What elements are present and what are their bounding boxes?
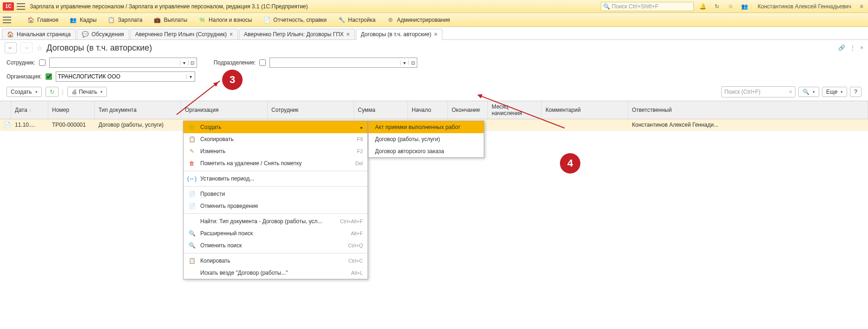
tab-home[interactable]: 🏠Начальная страница [2, 29, 76, 39]
cell-responsible: Константинов Алексей Геннади... [628, 119, 868, 130]
create-button[interactable]: Создать [7, 87, 42, 97]
ctx-edit[interactable]: ✎ Изменить F2 [184, 145, 368, 157]
kebab-icon[interactable]: ⋮ [850, 45, 855, 51]
ctx-create[interactable]: ㊉ Создать [184, 121, 368, 133]
blank-icon [188, 218, 196, 225]
close-icon[interactable]: × [347, 31, 350, 38]
list-toolbar: Создать ↻ | 🖨Печать Поиск (Ctrl+F) × 🔍 Е… [0, 84, 868, 101]
menu-icon[interactable]: ≡ [858, 3, 865, 10]
history-icon[interactable]: ↻ [713, 3, 721, 10]
subdiv-filter-checkbox[interactable] [259, 59, 266, 66]
plus-icon: ㊉ [188, 123, 196, 131]
menu-kadry[interactable]: 👥Кадры [70, 16, 97, 24]
back-button[interactable]: ← [5, 42, 17, 53]
ctx-advfind[interactable]: 🔍 Расширенный поиск Alt+F [184, 227, 368, 239]
menu-nalogi[interactable]: %Налоги и взносы [198, 16, 252, 24]
ctx-copy[interactable]: 📋 Скопировать F9 [184, 133, 368, 145]
org-filter-combo[interactable]: ▾ [56, 71, 195, 82]
col-comment[interactable]: Комментарий [542, 101, 628, 119]
cell-month [488, 119, 542, 130]
col-end[interactable]: Окончание [448, 101, 488, 119]
menu-main[interactable]: 🏠Главное [27, 16, 59, 24]
menu-zarplata[interactable]: 📋Зарплата [108, 16, 143, 24]
employee-filter-label: Сотрудник: [7, 59, 35, 66]
favorite-star-icon[interactable]: ☆ [36, 44, 43, 52]
col-org[interactable]: Организация [181, 101, 268, 119]
col-number[interactable]: Номер [48, 101, 95, 119]
employee-filter-input[interactable] [50, 58, 180, 67]
close-icon[interactable]: × [860, 45, 863, 51]
titlebar-tools: 🔔 ↻ ☆ 👥 Константинов Алексей Геннадьевич… [699, 3, 866, 10]
col-date[interactable]: Дата↓ [11, 101, 48, 119]
dropdown-icon[interactable]: ▾ [186, 74, 195, 79]
help-button[interactable]: ? [850, 87, 861, 97]
hamburger-icon[interactable] [17, 3, 25, 10]
table-header: Дата↓ Номер Тип документа Организация Со… [0, 101, 868, 119]
open-icon[interactable]: ⊡ [408, 60, 417, 65]
user-icon[interactable]: 👥 [741, 3, 749, 10]
separator [184, 171, 368, 171]
ctx-post[interactable]: 📄 Провести [184, 188, 368, 200]
col-doctype[interactable]: Тип документа [95, 101, 181, 119]
doc-icon: 📄 [263, 16, 270, 24]
link-icon[interactable]: 🔗 [838, 45, 845, 51]
employee-filter-combo[interactable]: ▾ ⊡ [49, 58, 197, 68]
col-employee[interactable]: Сотрудник [268, 101, 354, 119]
ctx-period[interactable]: (↔) Установить период... [184, 173, 368, 185]
col-start[interactable]: Начало [408, 101, 448, 119]
ctx-cancelfind[interactable]: 🔍 Отменить поиск Ctrl+Q [184, 239, 368, 252]
close-icon[interactable]: × [230, 31, 233, 38]
bell-icon[interactable]: 🔔 [699, 3, 707, 10]
tab-contracts[interactable]: Договоры (в т.ч. авторские)× [356, 29, 443, 40]
menu-admin[interactable]: ⚙Администрирование [387, 16, 450, 24]
cell-doctype: Договор (работы, услуги) [95, 119, 181, 130]
ctx-copyclip[interactable]: 📋 Копировать Ctrl+C [184, 255, 368, 267]
print-button[interactable]: 🖨Печать [67, 87, 107, 97]
search-cancel-icon: 🔍 [188, 242, 196, 249]
menu-nastroika[interactable]: 🔧Настройка [338, 16, 375, 24]
tab-employee[interactable]: Аверченко Петр Ильич (Сотрудник)× [130, 29, 238, 39]
forward-button[interactable]: → [20, 42, 33, 53]
ctx-markdel[interactable]: 🗑 Пометить на удаление / Снять пометку D… [184, 157, 368, 169]
gear-icon: ⚙ [387, 16, 394, 24]
col-sum[interactable]: Сумма [354, 101, 408, 119]
wallet-icon: 💼 [153, 16, 161, 24]
search-dropdown-button[interactable]: 🔍 [798, 87, 819, 97]
ctx-unpost[interactable]: 📄 Отменить проведение [184, 200, 368, 212]
org-filter-input[interactable] [56, 72, 186, 81]
logo-1c: 1C [3, 2, 14, 11]
copy-icon: 📋 [188, 135, 196, 143]
refresh-button[interactable]: ↻ [46, 87, 59, 97]
chevron-right-icon [361, 124, 363, 130]
ctx-searchall[interactable]: Искать везде "Договор (работы..." Alt+L [184, 267, 368, 279]
close-icon[interactable]: × [434, 31, 437, 38]
annotation-4: 4 [560, 153, 580, 174]
global-search-input[interactable]: 🔍 Поиск Ctrl+Shift+F [601, 2, 694, 11]
open-icon[interactable]: ⊡ [188, 60, 197, 65]
sub-contract[interactable]: Договор (работы, услуги) [368, 133, 484, 145]
subdiv-filter-combo[interactable]: ▾ ⊡ [270, 58, 417, 68]
percent-icon: % [198, 16, 206, 24]
sub-author[interactable]: Договор авторского заказа [368, 145, 484, 157]
dropdown-icon[interactable]: ▾ [180, 60, 188, 65]
menu-burger[interactable] [3, 17, 16, 23]
star-icon[interactable]: ☆ [727, 3, 735, 10]
org-filter-checkbox[interactable] [46, 73, 52, 80]
employee-filter-checkbox[interactable] [39, 59, 46, 66]
more-button[interactable]: Еще [822, 87, 847, 97]
quicksearch-input[interactable]: Поиск (Ctrl+F) × [721, 86, 796, 97]
dropdown-icon[interactable]: ▾ [400, 60, 408, 65]
menu-vyplaty[interactable]: 💼Выплаты [153, 16, 187, 24]
col-responsible[interactable]: Ответственный [628, 101, 868, 119]
tab-discuss[interactable]: 💬Обсуждения [77, 29, 129, 39]
sub-act[interactable]: Акт приемки выполненных работ [368, 121, 484, 133]
menu-otchet[interactable]: 📄Отчетность, справки [263, 16, 327, 24]
clear-icon[interactable]: × [789, 89, 792, 95]
filter-bar: Сотрудник: ▾ ⊡ Подразделение: ▾ ⊡ [0, 56, 868, 70]
ctx-find[interactable]: Найти: Тип документа - Договор (работы, … [184, 215, 368, 227]
org-filter-label: Организация: [7, 73, 42, 80]
chat-icon: 💬 [82, 31, 89, 38]
subdiv-filter-input[interactable] [270, 58, 400, 67]
tab-gph[interactable]: Аверченко Петр Ильич: Договоры ГПХ× [239, 29, 355, 39]
context-menu: ㊉ Создать 📋 Скопировать F9 ✎ Изменить F2… [183, 121, 368, 279]
